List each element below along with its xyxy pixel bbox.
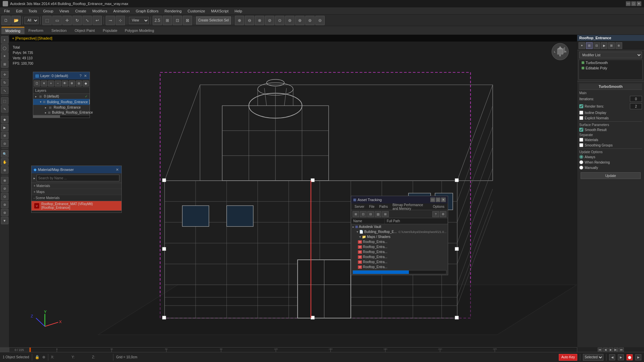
ts-render-iters-checkbox[interactable] [579, 104, 583, 108]
ts-always-radio[interactable] [579, 155, 583, 159]
menu-views[interactable]: Views [57, 8, 72, 14]
rp-icon-modify[interactable]: ⊞ [586, 42, 593, 49]
menu-file[interactable]: File [1, 8, 13, 14]
anim-goto-start[interactable]: ⏮ [598, 348, 602, 352]
tb-snap2[interactable]: ⊡ [173, 16, 182, 25]
tb-layer[interactable]: ⊘ [265, 16, 274, 25]
lt-shape[interactable]: ◯ [1, 44, 8, 52]
layers-scrollbar[interactable] [33, 115, 90, 118]
menu-maxscript[interactable]: MAXScript [208, 8, 231, 14]
anim-prev-frame[interactable]: ◀ [603, 348, 608, 352]
tb-render2[interactable]: ⊜ [305, 16, 315, 25]
tb-unlink[interactable]: ⊹ [116, 16, 125, 25]
lt-misc2[interactable]: ⊘ [1, 185, 8, 192]
lt-orbit[interactable]: ⊕ [1, 166, 8, 174]
at-minimize-btn[interactable]: — [430, 197, 435, 202]
scene-materials-section[interactable]: - Scene Materials [32, 195, 121, 201]
tb-render3[interactable]: ⊝ [315, 16, 325, 25]
status-next-key[interactable]: ▶ [618, 354, 624, 360]
at-file-item-0[interactable]: V Rooftop_Entra... [351, 239, 448, 244]
at-file-item-2[interactable]: V Rooftop_Entra... [351, 249, 448, 254]
material-browser-titlebar[interactable]: ◆ Material/Map Browser ✕ [32, 166, 121, 173]
menu-graph-editors[interactable]: Graph Editors [133, 8, 161, 14]
layer-0-default[interactable]: ▸ ⊞ 0 (default) ✓ [33, 94, 90, 99]
layer-building-rooftop-entrance[interactable]: ▾ ⊞ Building_Rooftop_Entrance [33, 99, 90, 105]
at-file-item-3[interactable]: V Rooftop_Entra... [351, 254, 448, 259]
category-dropdown[interactable]: All [24, 17, 39, 24]
lt-environment[interactable]: ⊝ [1, 140, 8, 147]
at-window-controls[interactable]: — □ ✕ [430, 197, 446, 202]
menu-tools[interactable]: Tools [26, 8, 40, 14]
at-settings-btn[interactable]: ⚙ [440, 211, 446, 217]
at-maps-shaders-item[interactable]: ▾ 📁 Maps / Shaders [351, 234, 448, 239]
layers-remove-btn[interactable]: − [55, 80, 61, 86]
tab-freeform[interactable]: Freeform [24, 27, 48, 34]
ts-explicit-normals-checkbox[interactable] [579, 116, 583, 120]
menu-group[interactable]: Group [40, 8, 56, 14]
ts-update-btn[interactable]: Update [581, 172, 641, 179]
at-maximize-btn[interactable]: □ [436, 197, 440, 202]
lt-move[interactable]: ✛ [1, 71, 8, 78]
anim-next-frame[interactable]: ▶| [614, 348, 619, 352]
materials-section[interactable]: + Materials [32, 183, 121, 189]
layers-scroll-handle[interactable] [33, 115, 60, 118]
at-file-item-4[interactable]: V Rooftop_Entra... [351, 259, 448, 264]
at-menu-options[interactable]: Options [431, 204, 446, 209]
tb-render[interactable]: ⊛ [295, 16, 305, 25]
lt-paint[interactable]: ✎ [1, 105, 8, 113]
tb-scale[interactable]: ⤡ [83, 16, 92, 25]
tb-region-select[interactable]: ▭ [52, 16, 62, 25]
ts-render-iters-input[interactable] [630, 103, 642, 109]
create-selection-btn[interactable]: Create Selection Sel [196, 16, 231, 24]
layers-hide-btn[interactable]: 👁 [62, 80, 68, 86]
lt-camera[interactable]: ⊞ [1, 60, 8, 68]
asset-tracking-titlebar[interactable]: ⊞ Asset Tracking — □ ✕ [351, 196, 448, 203]
layers-add-btn[interactable]: + [48, 80, 54, 86]
ts-isoline-checkbox[interactable] [579, 111, 583, 115]
rp-icon-create[interactable]: ✦ [579, 42, 585, 49]
maps-section[interactable]: + Maps [32, 189, 121, 195]
at-menu-bitmap-perf[interactable]: Bitmap Performance and Memory [390, 203, 430, 211]
menu-edit[interactable]: Edit [13, 8, 25, 14]
at-menu-server[interactable]: Server [353, 204, 366, 209]
menu-create[interactable]: Create [72, 8, 89, 14]
window-controls[interactable]: — □ ✕ [626, 1, 641, 6]
minimize-button[interactable]: — [626, 1, 631, 6]
tb-select[interactable]: ⬚ [42, 16, 52, 25]
at-help-btn[interactable]: ? [432, 211, 439, 217]
ts-iterations-input[interactable] [630, 96, 642, 102]
tb-open[interactable]: 📂 [11, 16, 21, 25]
tb-percent[interactable]: 2.5 [153, 16, 162, 25]
layers-delete-btn[interactable]: ✕ [41, 80, 47, 86]
anim-goto-end[interactable]: ⏭ [619, 348, 624, 352]
timeline-ruler[interactable]: 0 30 60 90 120 150 180 210 225 [30, 348, 577, 352]
rp-icon-hierarchy[interactable]: ⊟ [593, 42, 600, 49]
material-search-input[interactable] [37, 175, 119, 181]
lt-zoom[interactable]: 🔍 [1, 150, 8, 158]
layers-close-btn[interactable]: ✕ [83, 73, 88, 78]
layer-rooftop-entrance[interactable]: ▸ ⊞ Rooftop_Entrance [33, 105, 90, 110]
scene-material-item[interactable]: V Rooftop_Entrance_MAT (VRayMtl) [Roofto… [32, 201, 121, 210]
tb-align[interactable]: ⊗ [255, 16, 264, 25]
viewport[interactable]: + [Perspective] [Shaded] Total Polys: 94… [9, 35, 577, 347]
rp-icon-display[interactable]: ⊠ [608, 42, 615, 49]
tb-new[interactable]: 🗋 [1, 16, 11, 25]
layers-freeze-btn[interactable]: ❄ [69, 80, 75, 86]
layer-building-entrance2[interactable]: ▸ ⊞ Building_Rooftop_Entrance [33, 110, 90, 115]
layers-help-btn[interactable]: ? [79, 74, 82, 78]
tb-mirror[interactable]: ⊖ [245, 16, 254, 25]
at-close-btn[interactable]: ✕ [441, 197, 446, 202]
at-tb1[interactable]: ⊞ [353, 211, 359, 217]
at-tb5[interactable]: ⊞ [382, 211, 389, 217]
ts-materials-checkbox[interactable] [579, 138, 583, 142]
menu-customize[interactable]: Customize [185, 8, 208, 14]
lt-select[interactable]: ⬚ [1, 97, 8, 105]
ts-smoothing-groups-checkbox[interactable] [579, 143, 583, 147]
lt-material[interactable]: ◆ [1, 116, 8, 123]
modifier-turbosmooth[interactable]: TurboSmooth [579, 60, 642, 65]
at-tb2[interactable]: ⊡ [360, 211, 367, 217]
menu-animation[interactable]: Animation [111, 8, 132, 14]
maximize-button[interactable]: □ [631, 1, 636, 6]
layers-new-btn[interactable]: 🗋 [34, 80, 40, 86]
status-key-btn[interactable]: ⬤ [627, 354, 633, 360]
